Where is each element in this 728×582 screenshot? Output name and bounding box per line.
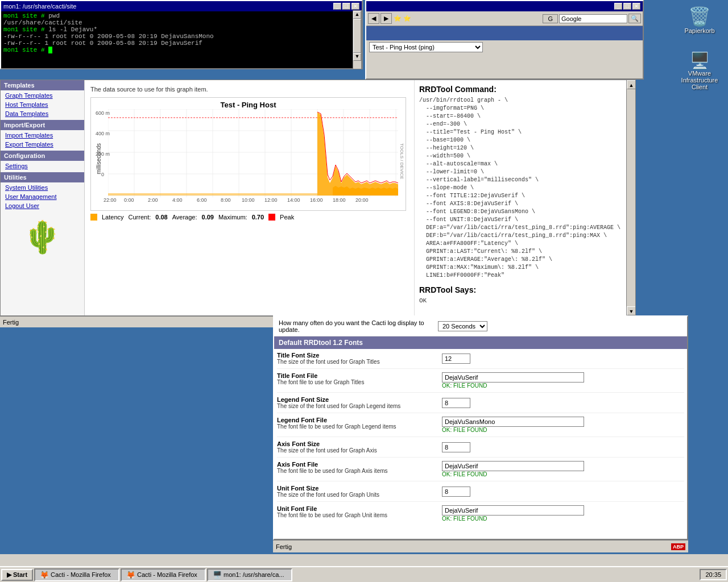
graph-section: The data source to use for this graph it… <box>85 80 415 315</box>
terminal-close[interactable]: ✕ <box>351 3 359 10</box>
terminal-line5: -rw-r--r-- 1 root root 0 2009-05-08 20:1… <box>3 40 359 47</box>
maximum-value: 0.70 <box>252 214 264 221</box>
browser-top-maximize[interactable]: □ <box>623 3 631 10</box>
axis-font-size-input[interactable] <box>442 442 470 452</box>
import-export-header: Import/Export <box>1 120 84 130</box>
sidebar-item-graph-templates[interactable]: Graph Templates <box>1 91 84 100</box>
graph-svg <box>108 109 398 197</box>
unit-font-size-label: Unit Font Size <box>277 485 436 492</box>
terminal-minimize[interactable]: _ <box>333 3 341 10</box>
graph-title: Test - Ping Host <box>91 98 406 109</box>
search-btn[interactable]: 🔍 <box>628 14 641 23</box>
rrdtool-section: RRDTool Command: /usr/bin/rrdtool graph … <box>415 80 626 315</box>
unit-font-file-label: Unit Font File <box>277 505 436 512</box>
rrdtool-says-title: RRDTool Says: <box>419 285 622 294</box>
graph-select-dropdown[interactable]: Test - Ping Host (ping) <box>369 42 483 52</box>
axis-font-file-label: Axis Font File <box>277 461 436 468</box>
google-search[interactable] <box>559 14 627 23</box>
axis-font-file-status: OK: FILE FOUND <box>442 471 584 477</box>
update-frequency-select[interactable]: 20 Seconds <box>438 321 487 331</box>
start-label: Start <box>13 571 27 578</box>
current-value: 0.08 <box>155 214 167 221</box>
sidebar-item-import[interactable]: Import Templates <box>1 131 84 140</box>
settings-row-legend-size: Legend Font Size The size of the font us… <box>277 396 684 413</box>
taskbar: ▶ Start 🦊 Cacti - Mozilla Firefox 🦊 Cact… <box>0 566 728 582</box>
settings-section-header: Default RRDtool 1.2 Fonts <box>274 336 687 349</box>
sidebar-item-system[interactable]: System Utilities <box>1 183 84 192</box>
settings-row-title-size: Title Font Size The size of the font use… <box>277 352 684 369</box>
update-frequency-row: How many often do you want the Cacti log… <box>274 317 687 336</box>
main-cacti-window: Templates Graph Templates Host Templates… <box>0 80 636 316</box>
sidebar-item-export[interactable]: Export Templates <box>1 140 84 149</box>
sidebar-item-data-templates[interactable]: Data Templates <box>1 109 84 118</box>
browser-window-top: _ □ ✕ ◀ ▶ ⭐ ⭐ G 🔍 Test - Ping Host (ping… <box>365 0 644 80</box>
terminal-line4: -rw-r--r-- 1 root root 0 2009-05-08 20:1… <box>3 33 359 40</box>
settings-panel: How many often do you want the Cacti log… <box>273 315 688 540</box>
terminal-line2: /usr/share/cacti/site <box>3 19 359 26</box>
settings-row-unit-size: Unit Font Size The size of the font used… <box>277 485 684 502</box>
title-font-file-input[interactable] <box>442 372 584 383</box>
terminal-content[interactable]: mon1 site # pwd /usr/share/cacti/site mo… <box>1 11 362 68</box>
graph-container: Test - Ping Host milliseconds <box>90 97 406 211</box>
scrollbar-up[interactable]: ▲ <box>627 80 635 89</box>
taskbar-item-3-label: mon1: /usr/share/ca... <box>224 571 284 578</box>
unit-font-size-desc: The size of the font used for Graph Unit… <box>277 492 436 498</box>
browser-top-close[interactable]: ✕ <box>632 3 640 10</box>
browser-back[interactable]: ◀ <box>368 13 379 24</box>
rrdtool-command-title: RRDTool Command: <box>419 85 622 94</box>
average-value: 0.09 <box>202 214 214 221</box>
terminal-maximize[interactable]: □ <box>342 3 350 10</box>
axis-font-file-desc: The font file to be used for Graph Axis … <box>277 468 436 474</box>
settings-status-bar: Fertig ABP <box>273 540 688 552</box>
taskbar-item-3[interactable]: 🖥️ mon1: /usr/share/ca... <box>207 568 292 581</box>
legend-font-file-input[interactable] <box>442 417 584 427</box>
rrdtool-command: /usr/bin/rrdtool graph - \ --imgformat=P… <box>419 97 622 280</box>
title-font-size-label: Title Font Size <box>277 352 436 359</box>
graph-legend: Latency Current: 0.08 Average: 0.09 Maxi… <box>90 214 408 221</box>
unit-font-file-desc: The font file to be used for Graph Unit … <box>277 512 436 518</box>
svg-marker-19 <box>108 193 317 196</box>
unit-font-file-status: OK: FILE FOUND <box>442 516 584 522</box>
scrollbar-down[interactable]: ▼ <box>627 306 635 315</box>
terminal-line1: mon1 site # pwd <box>3 13 359 19</box>
browser-forward[interactable]: ▶ <box>380 13 392 24</box>
average-label: Average: <box>172 214 197 221</box>
legend-font-file-desc: The font file to be used for Graph Legen… <box>277 423 436 430</box>
sidebar-item-logout[interactable]: Logout User <box>1 201 84 210</box>
vmware-icon[interactable]: 🖥️ VMware InfrastructureClient <box>677 51 722 90</box>
sidebar-item-host-templates[interactable]: Host Templates <box>1 100 84 109</box>
recycle-label: Papierkorb <box>677 27 722 34</box>
taskbar-item-2[interactable]: 🦊 Cacti - Mozilla Firefox <box>121 568 206 581</box>
unit-font-size-input[interactable] <box>442 487 470 497</box>
legend-label: Latency <box>102 214 124 221</box>
unit-font-file-input[interactable] <box>442 505 584 516</box>
browser-top-minimize[interactable]: _ <box>614 3 622 10</box>
terminal-line6: mon1 site # <box>3 47 359 53</box>
terminal-window: mon1: /usr/share/cacti/site _ □ ✕ mon1 s… <box>0 0 363 69</box>
axis-font-file-input[interactable] <box>442 461 584 471</box>
peak-label: Peak <box>280 214 294 221</box>
settings-row-unit-file: Unit Font File The font file to be used … <box>277 505 684 523</box>
utilities-header: Utilities <box>1 172 84 182</box>
recycle-bin-icon[interactable]: 🗑️ Papierkorb <box>677 6 722 34</box>
taskbar-item-1[interactable]: 🦊 Cacti - Mozilla Firefox <box>34 568 119 581</box>
settings-row-axis-size: Axis Font Size The size of the font used… <box>277 440 684 458</box>
fertig-label: Fertig <box>3 319 19 326</box>
legend-font-size-input[interactable] <box>442 398 470 408</box>
terminal-line3: mon1 site # ls -l Dejavu* <box>3 26 359 33</box>
taskbar-item-2-label: Cacti - Mozilla Firefox <box>137 571 197 578</box>
legend-font-size-label: Legend Font Size <box>277 396 436 403</box>
terminal-title: mon1: /usr/share/cacti/site <box>3 3 76 10</box>
fertig2-label: Fertig <box>276 543 292 550</box>
sidebar-item-settings[interactable]: Settings <box>1 161 84 171</box>
legend-font-file-status: OK: FILE FOUND <box>442 427 584 433</box>
title-font-size-input[interactable] <box>442 354 470 364</box>
templates-header: Templates <box>1 80 84 90</box>
vmware-label: VMware InfrastructureClient <box>677 70 722 90</box>
data-source-info: The data source to use for this graph it… <box>90 86 408 93</box>
axis-font-size-label: Axis Font Size <box>277 440 436 447</box>
title-font-file-status: OK: FILE FOUND <box>442 383 584 389</box>
terminal-titlebar[interactable]: mon1: /usr/share/cacti/site _ □ ✕ <box>1 1 362 11</box>
start-button[interactable]: ▶ Start <box>1 569 33 581</box>
sidebar-item-usermgmt[interactable]: User Management <box>1 192 84 201</box>
